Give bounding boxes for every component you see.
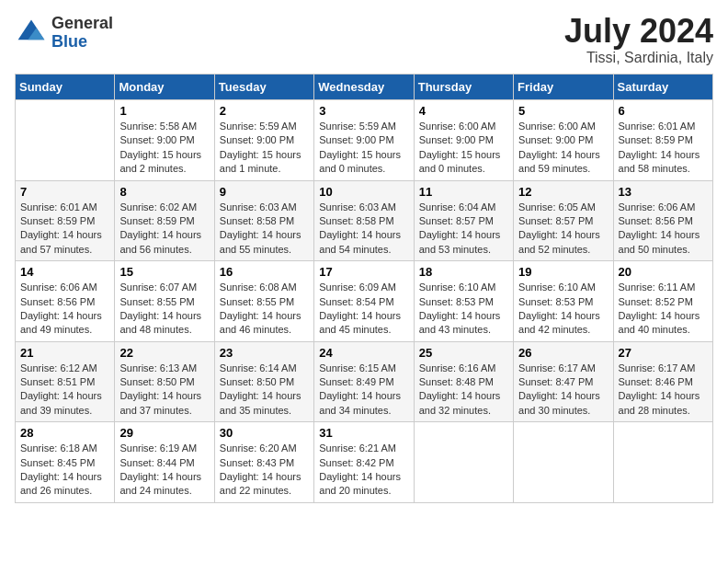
day-number: 1 (119, 104, 209, 118)
info-line: Sunset: 8:59 PM (20, 214, 109, 228)
info-line: Sunrise: 6:00 AM (419, 120, 508, 133)
day-number: 23 (220, 346, 309, 360)
info-line: Sunset: 8:53 PM (419, 295, 508, 309)
day-info: Sunrise: 6:03 AMSunset: 8:58 PMDaylight:… (319, 201, 408, 258)
calendar-cell (514, 422, 613, 503)
info-line: Sunset: 8:57 PM (419, 214, 508, 228)
info-line: Sunrise: 6:17 AM (518, 362, 608, 375)
info-line: and 40 minutes. (619, 323, 708, 337)
info-line: and 42 minutes. (518, 323, 608, 337)
info-line: Sunset: 8:49 PM (319, 375, 408, 389)
day-number: 27 (619, 346, 708, 360)
info-line: and 57 minutes. (20, 243, 109, 257)
logo-icon (15, 17, 48, 50)
info-line: Sunrise: 5:59 AM (220, 120, 309, 133)
info-line: Sunrise: 6:09 AM (319, 281, 408, 294)
day-info: Sunrise: 6:16 AMSunset: 8:48 PMDaylight:… (419, 362, 508, 419)
day-info: Sunrise: 6:05 AMSunset: 8:57 PMDaylight:… (518, 201, 608, 258)
info-line: Daylight: 14 hours (419, 309, 508, 323)
week-row-2: 7Sunrise: 6:01 AMSunset: 8:59 PMDaylight… (16, 180, 713, 261)
day-info: Sunrise: 6:04 AMSunset: 8:57 PMDaylight:… (419, 201, 508, 258)
info-line: Daylight: 15 hours (220, 148, 309, 162)
day-number: 5 (518, 104, 608, 118)
info-line: Sunrise: 6:14 AM (220, 362, 309, 375)
col-header-wednesday: Wednesday (314, 75, 414, 100)
info-line: and 22 minutes. (220, 484, 309, 498)
info-line: Sunset: 8:44 PM (119, 456, 209, 470)
info-line: Sunset: 8:50 PM (220, 375, 309, 389)
calendar-cell: 8Sunrise: 6:02 AMSunset: 8:59 PMDaylight… (115, 180, 214, 261)
day-info: Sunrise: 5:58 AMSunset: 9:00 PMDaylight:… (119, 120, 209, 177)
info-line: Sunset: 8:55 PM (220, 295, 309, 309)
info-line: and 26 minutes. (20, 484, 109, 498)
day-info: Sunrise: 6:00 AMSunset: 9:00 PMDaylight:… (518, 120, 608, 177)
logo-text: General Blue (51, 15, 113, 52)
day-number: 11 (419, 185, 508, 199)
day-number: 12 (518, 185, 608, 199)
info-line: Sunrise: 6:02 AM (119, 201, 209, 214)
calendar-cell: 30Sunrise: 6:20 AMSunset: 8:43 PMDayligh… (214, 422, 313, 503)
info-line: Sunset: 8:46 PM (619, 375, 708, 389)
info-line: Sunrise: 5:58 AM (119, 120, 209, 133)
calendar-cell: 5Sunrise: 6:00 AMSunset: 9:00 PMDaylight… (514, 100, 613, 181)
day-number: 20 (619, 265, 708, 279)
calendar-cell: 29Sunrise: 6:19 AMSunset: 8:44 PMDayligh… (115, 422, 214, 503)
info-line: and 28 minutes. (619, 404, 708, 418)
day-info: Sunrise: 6:10 AMSunset: 8:53 PMDaylight:… (419, 281, 508, 338)
logo-general: General (51, 15, 113, 33)
day-info: Sunrise: 6:01 AMSunset: 8:59 PMDaylight:… (20, 201, 109, 258)
calendar-cell: 13Sunrise: 6:06 AMSunset: 8:56 PMDayligh… (613, 180, 712, 261)
calendar-cell (16, 100, 115, 181)
day-info: Sunrise: 6:07 AMSunset: 8:55 PMDaylight:… (119, 281, 209, 338)
info-line: Sunrise: 6:01 AM (619, 120, 708, 133)
day-number: 9 (220, 185, 309, 199)
day-number: 15 (119, 265, 209, 279)
day-info: Sunrise: 5:59 AMSunset: 9:00 PMDaylight:… (319, 120, 408, 177)
info-line: and 50 minutes. (619, 243, 708, 257)
info-line: Sunset: 8:57 PM (518, 214, 608, 228)
info-line: and 20 minutes. (319, 484, 408, 498)
day-number: 25 (419, 346, 508, 360)
day-info: Sunrise: 6:17 AMSunset: 8:46 PMDaylight:… (619, 362, 708, 419)
week-row-3: 14Sunrise: 6:06 AMSunset: 8:56 PMDayligh… (16, 261, 713, 342)
info-line: Sunset: 8:58 PM (319, 214, 408, 228)
info-line: Daylight: 14 hours (20, 228, 109, 242)
info-line: and 0 minutes. (319, 162, 408, 176)
day-info: Sunrise: 6:15 AMSunset: 8:49 PMDaylight:… (319, 362, 408, 419)
info-line: Daylight: 14 hours (419, 228, 508, 242)
info-line: Daylight: 14 hours (619, 228, 708, 242)
info-line: and 35 minutes. (220, 404, 309, 418)
day-number: 8 (119, 185, 209, 199)
calendar-cell (613, 422, 712, 503)
info-line: and 37 minutes. (119, 404, 209, 418)
day-number: 18 (419, 265, 508, 279)
info-line: Sunrise: 6:13 AM (119, 362, 209, 375)
info-line: Sunset: 8:43 PM (220, 456, 309, 470)
day-info: Sunrise: 6:18 AMSunset: 8:45 PMDaylight:… (20, 442, 109, 499)
info-line: Sunrise: 6:16 AM (419, 362, 508, 375)
day-info: Sunrise: 6:02 AMSunset: 8:59 PMDaylight:… (119, 201, 209, 258)
info-line: Daylight: 14 hours (119, 228, 209, 242)
info-line: and 45 minutes. (319, 323, 408, 337)
day-number: 24 (319, 346, 408, 360)
day-info: Sunrise: 6:06 AMSunset: 8:56 PMDaylight:… (619, 201, 708, 258)
day-number: 7 (20, 185, 109, 199)
calendar-cell: 6Sunrise: 6:01 AMSunset: 8:59 PMDaylight… (613, 100, 712, 181)
info-line: Sunrise: 6:03 AM (319, 201, 408, 214)
info-line: Daylight: 14 hours (119, 389, 209, 403)
day-info: Sunrise: 6:20 AMSunset: 8:43 PMDaylight:… (220, 442, 309, 499)
info-line: Sunset: 8:56 PM (20, 295, 109, 309)
info-line: Sunset: 8:52 PM (619, 295, 708, 309)
calendar-cell: 3Sunrise: 5:59 AMSunset: 9:00 PMDaylight… (314, 100, 414, 181)
info-line: Sunrise: 6:01 AM (20, 201, 109, 214)
info-line: Daylight: 14 hours (220, 228, 309, 242)
day-number: 28 (20, 426, 109, 440)
info-line: Daylight: 14 hours (319, 389, 408, 403)
col-header-saturday: Saturday (613, 75, 712, 100)
info-line: Sunrise: 6:20 AM (220, 442, 309, 455)
calendar-cell: 28Sunrise: 6:18 AMSunset: 8:45 PMDayligh… (16, 422, 115, 503)
day-number: 6 (619, 104, 708, 118)
day-info: Sunrise: 5:59 AMSunset: 9:00 PMDaylight:… (220, 120, 309, 177)
info-line: Sunset: 8:50 PM (119, 375, 209, 389)
info-line: Sunset: 8:58 PM (220, 214, 309, 228)
